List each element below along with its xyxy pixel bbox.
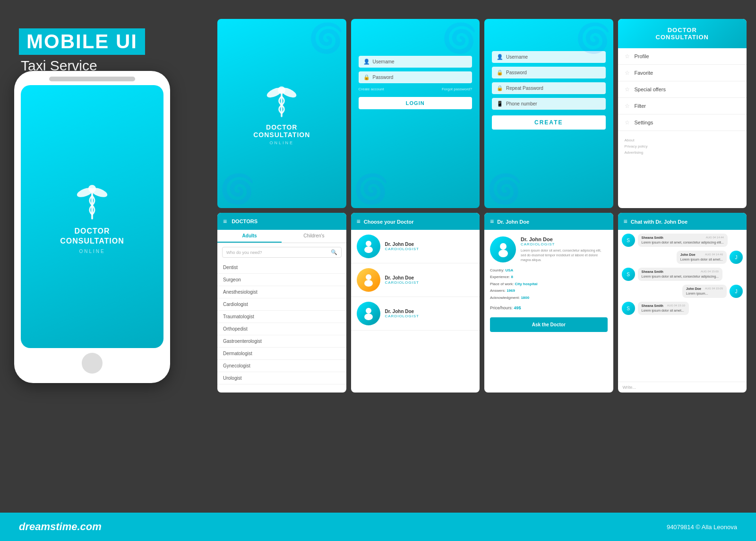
doctor-cards: Dr. John Doe CARDIOLOGIST Dr. John Doe C… [351, 230, 480, 331]
profile-header: ≡ Dr. John Doe [484, 213, 613, 230]
chat-avatar-sheana-1: S [622, 234, 635, 247]
doctor-info-1: Dr. John Doe CARDIOLOGIST [385, 242, 474, 251]
repeat-lock-icon: 🔒 [497, 85, 503, 91]
doctor-card-1[interactable]: Dr. John Doe CARDIOLOGIST [351, 230, 480, 263]
svg-point-7 [278, 87, 285, 94]
chat-avatar-john-2: J [730, 285, 743, 298]
username-field[interactable]: 👤 Username [359, 56, 472, 68]
menu-footer: About Privacy policy Advertising [618, 131, 747, 162]
phone-speaker [49, 77, 135, 81]
doctors-tabs: Adults Children's [217, 230, 346, 243]
main-title: MOBILE UI [19, 28, 145, 55]
screen-chat: ≡ Chat with Dr. John Doe S Sheana Smith … [618, 213, 747, 393]
profile-content: Dr. John Doe CARDIOLOGIST Lorem ipsum do… [484, 230, 613, 339]
about-link[interactable]: About [625, 138, 740, 144]
list-item[interactable]: Orthopedist [217, 323, 346, 335]
reg-password-field[interactable]: 🔒 Password [492, 67, 606, 79]
create-account-link[interactable]: Create account [359, 87, 384, 91]
phone-home-button [82, 353, 103, 374]
phone-mockup: DOCTOR CONSULTATION ONLINE [14, 71, 170, 383]
profile-details: Country: USA Experience: 8 Place of work… [490, 267, 608, 312]
hamburger-icon-4: ≡ [624, 218, 627, 225]
screen-choose-doctor: ≡ Choose your Doctor Dr. John Doe CARDIO… [351, 213, 480, 393]
list-item[interactable]: Dermatologist [217, 348, 346, 360]
profile-text: Dr. John Doe CARDIOLOGIST Lorem ipsum do… [521, 236, 608, 262]
splash-caduceus-icon [263, 82, 301, 123]
ask-doctor-button[interactable]: Ask the Doctor [490, 317, 608, 332]
list-item[interactable]: Surgeon [217, 274, 346, 286]
svg-point-10 [366, 274, 371, 280]
doctor-card-3[interactable]: Dr. John Doe CARDIOLOGIST [351, 297, 480, 331]
chat-bubble-5: Sheana Smith AUG 04 15:10 Lorem ipsum do… [638, 302, 689, 315]
menu-item-filter[interactable]: ☆ Filter [618, 98, 747, 114]
reg-user-icon: 👤 [497, 54, 503, 60]
chat-avatar-sheana-3: S [622, 302, 635, 315]
chat-bubble-4: John Doe AUG 04 15:05 Lorem ipsum... [682, 285, 727, 298]
menu-item-settings[interactable]: ☆ Settings [618, 114, 747, 131]
phone-doctor-title: DOCTOR CONSULTATION [60, 227, 124, 246]
screen-register: 🌀 🌀 👤 Username 🔒 Password 🔒 Repeat Passw… [484, 19, 613, 208]
phone-field[interactable]: 📱 Phone number [492, 98, 606, 110]
list-item[interactable]: Gynecologist [217, 360, 346, 372]
menu-item-favorite[interactable]: ☆ Favorite [618, 65, 747, 81]
chat-message-1: S Sheana Smith AUG 04 14:44 Lorem ipsum … [622, 234, 743, 247]
chat-avatar-john-1: J [730, 251, 743, 264]
profile-top: Dr. John Doe CARDIOLOGIST Lorem ipsum do… [490, 236, 608, 262]
create-button[interactable]: CREATE [492, 115, 606, 130]
hamburger-icon-3: ≡ [490, 218, 494, 225]
menu-item-profile[interactable]: ☆ Profile [618, 48, 747, 65]
splash-title: DOCTOR CONSULTATION [253, 123, 310, 139]
search-placeholder: Who do you need? [226, 250, 262, 255]
doctor-info-3: Dr. John Doe CARDIOLOGIST [385, 309, 474, 318]
list-item[interactable]: Anesthesiologist [217, 286, 346, 298]
doctor-info-2: Dr. John Doe CARDIOLOGIST [385, 275, 474, 285]
doctor-card-2[interactable]: Dr. John Doe CARDIOLOGIST [351, 263, 480, 297]
privacy-link[interactable]: Privacy policy [625, 144, 740, 150]
user-icon: 👤 [363, 59, 370, 65]
svg-point-12 [366, 308, 371, 314]
chat-avatar-sheana-2: S [622, 268, 635, 281]
chat-input[interactable]: Write... [618, 382, 747, 393]
list-item[interactable]: Traumatologist [217, 311, 346, 323]
doctor-avatar-2 [357, 268, 380, 292]
chat-message-3: S Sheana Smith AUG 04 15:00 Lorem ipsum … [622, 268, 743, 281]
svg-point-9 [364, 246, 373, 253]
doctors-header: ≡ DOCTORS [217, 213, 346, 230]
menu-header: DOCTOR CONSULTATION [618, 19, 747, 48]
chat-message-4: J John Doe AUG 04 15:05 Lorem ipsum... [622, 285, 743, 298]
phone-caduceus-icon [71, 179, 113, 227]
list-item[interactable]: Dentist [217, 262, 346, 274]
screens-grid: 🌀 🌀 DOCTOR CONSULTATION ONLINE 🌀 [217, 19, 747, 393]
forgot-password-link[interactable]: Forgot password? [442, 87, 472, 91]
list-item[interactable]: Cardiologist [217, 298, 346, 311]
star-icon-profile: ☆ [625, 53, 630, 60]
list-item[interactable]: Urologist [217, 372, 346, 384]
doctor-search-bar[interactable]: Who do you need? 🔍 [222, 247, 342, 258]
svg-point-8 [366, 241, 371, 246]
tab-adults[interactable]: Adults [217, 230, 282, 243]
menu-item-special-offers[interactable]: ☆ Special offers [618, 81, 747, 98]
list-item[interactable]: Gastroenterologist [217, 335, 346, 348]
svg-point-14 [500, 243, 507, 250]
star-icon-settings: ☆ [625, 119, 630, 126]
advertising-link[interactable]: Advertising [625, 150, 740, 156]
spiral-decoration-3: 🌀 [442, 21, 477, 55]
phone-icon: 📱 [497, 101, 503, 107]
reg-lock-icon: 🔒 [497, 70, 503, 76]
choose-doctor-header: ≡ Choose your Doctor [351, 213, 480, 230]
screen-menu: DOCTOR CONSULTATION ☆ Profile ☆ Favorite… [618, 19, 747, 208]
svg-point-11 [364, 280, 373, 287]
star-icon-filter: ☆ [625, 103, 630, 109]
phone-online-text: ONLINE [79, 249, 105, 254]
profile-figure [495, 242, 511, 258]
doctors-list: Dentist Surgeon Anesthesiologist Cardiol… [217, 262, 346, 384]
chat-bubble-3: Sheana Smith AUG 04 15:00 Lorem ipsum do… [638, 268, 722, 281]
repeat-password-field[interactable]: 🔒 Repeat Password [492, 82, 606, 94]
login-button[interactable]: LOGIN [359, 97, 472, 109]
svg-point-3 [88, 185, 96, 192]
spiral-decoration: 🌀 [309, 21, 344, 55]
doctor-avatar-3 [357, 302, 380, 325]
password-field[interactable]: 🔒 Password [359, 71, 472, 83]
lock-icon: 🔒 [363, 74, 370, 80]
tab-childrens[interactable]: Children's [282, 230, 346, 243]
